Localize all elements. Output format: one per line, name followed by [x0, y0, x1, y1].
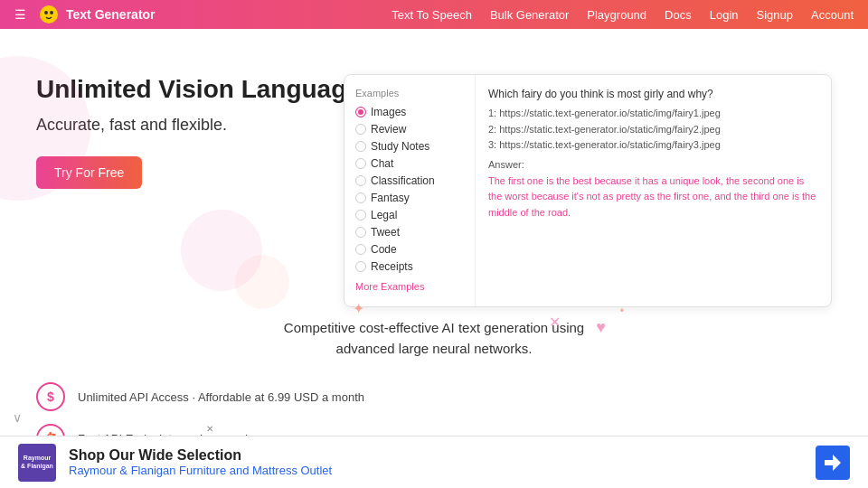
ad-logo: Raymour& Flanigan	[18, 444, 56, 475]
radio-review	[355, 124, 366, 135]
feature-icon-dollar: $	[36, 382, 65, 411]
example-url-2: 2: https://static.text-generator.io/stat…	[488, 122, 818, 138]
example-label-fantasy: Fantasy	[371, 192, 410, 204]
radio-code	[355, 244, 366, 255]
radio-study-notes	[355, 141, 366, 152]
example-label-code: Code	[371, 243, 397, 256]
answer-label: Answer:	[488, 159, 818, 170]
deco-dot-icon: •	[620, 305, 624, 317]
radio-legal	[355, 210, 366, 221]
example-label-receipts: Receipts	[371, 260, 413, 273]
example-label-chat: Chat	[371, 157, 393, 170]
example-label-study-notes: Study Notes	[371, 140, 429, 153]
radio-chat	[355, 158, 366, 169]
radio-fantasy	[355, 192, 366, 203]
brand-logo	[39, 5, 59, 24]
example-list: Images Review Study Notes Chat Classific…	[355, 106, 464, 273]
nav-signup[interactable]: Signup	[757, 8, 793, 22]
nav-links: Text To Speech Bulk Generator Playground…	[392, 8, 854, 22]
example-item-receipts[interactable]: Receipts	[355, 260, 464, 273]
try-for-free-button[interactable]: Try For Free	[36, 156, 142, 189]
example-item-code[interactable]: Code	[355, 243, 464, 256]
nav-docs[interactable]: Docs	[665, 8, 692, 22]
example-item-images[interactable]: Images	[355, 106, 464, 118]
example-label-legal: Legal	[371, 209, 397, 221]
nav-left: ☰ Text Generator	[14, 5, 156, 24]
feature-item-0: $ Unlimited API Access · Affordable at 6…	[36, 382, 832, 411]
radio-classification	[355, 175, 366, 186]
svg-point-1	[44, 11, 48, 14]
answer-text: The first one is the best because it has…	[488, 174, 818, 221]
ad-close-button[interactable]: ✕	[206, 424, 213, 434]
example-url-3: 3: https://static.text-generator.io/stat…	[488, 137, 818, 154]
example-question: Which fairy do you think is most girly a…	[488, 88, 818, 100]
example-label-classification: Classification	[371, 174, 435, 187]
example-item-tweet[interactable]: Tweet	[355, 226, 464, 239]
hero-section: Unlimited Vision Language Model API Accu…	[0, 29, 868, 300]
radio-receipts	[355, 261, 366, 272]
nav-bulk-generator[interactable]: Bulk Generator	[490, 8, 569, 22]
svg-point-2	[50, 11, 53, 14]
examples-label: Examples	[355, 88, 464, 99]
nav-playground[interactable]: Playground	[587, 8, 646, 22]
ad-subtitle: Raymour & Flanigan Furniture and Mattres…	[69, 464, 803, 474]
brand-name: Text Generator	[66, 7, 156, 22]
middle-section: ✦ ✕ • ♥ Competitive cost-effective AI te…	[0, 300, 868, 368]
example-item-fantasy[interactable]: Fantasy	[355, 192, 464, 204]
radio-images	[355, 107, 366, 117]
middle-title: Competitive cost-effective AI text gener…	[253, 318, 615, 359]
example-item-classification[interactable]: Classification	[355, 174, 464, 187]
nav-login[interactable]: Login	[710, 8, 739, 22]
feature-text-0: Unlimited API Access · Affordable at 6.9…	[78, 390, 364, 404]
example-url-1: 1: https://static.text-generator.io/stat…	[488, 106, 818, 122]
example-label-images: Images	[371, 106, 406, 118]
scroll-indicator[interactable]: ∨	[13, 410, 22, 425]
ad-logo-text-1: Raymour& Flanigan	[21, 455, 53, 470]
example-card: Examples Images Review Study Notes Chat	[344, 74, 832, 307]
ad-content: Shop Our Wide Selection Raymour & Flanig…	[69, 447, 803, 474]
example-item-study-notes[interactable]: Study Notes	[355, 140, 464, 153]
more-examples-link[interactable]: More Examples	[355, 281, 424, 292]
example-left-panel: Examples Images Review Study Notes Chat	[344, 75, 476, 306]
example-label-tweet: Tweet	[371, 226, 400, 239]
example-item-review[interactable]: Review	[355, 123, 464, 136]
example-item-chat[interactable]: Chat	[355, 157, 464, 170]
bottom-ad: Raymour& Flanigan Shop Our Wide Selectio…	[0, 436, 868, 474]
deco-plus-icon: ✦	[353, 300, 364, 317]
nav-account[interactable]: Account	[811, 8, 854, 22]
radio-tweet	[355, 227, 366, 238]
ad-title: Shop Our Wide Selection	[69, 447, 803, 464]
deco-circle-2	[181, 210, 262, 291]
example-item-legal[interactable]: Legal	[355, 209, 464, 221]
example-right-panel: Which fairy do you think is most girly a…	[476, 75, 831, 306]
svg-point-0	[40, 5, 58, 23]
navbar: ☰ Text Generator Text To Speech Bulk Gen…	[0, 0, 868, 29]
nav-text-to-speech[interactable]: Text To Speech	[392, 8, 472, 22]
ad-directions-icon[interactable]	[816, 446, 850, 475]
hamburger-icon[interactable]: ☰	[14, 7, 26, 22]
example-label-review: Review	[371, 123, 406, 136]
svg-marker-3	[825, 455, 841, 471]
